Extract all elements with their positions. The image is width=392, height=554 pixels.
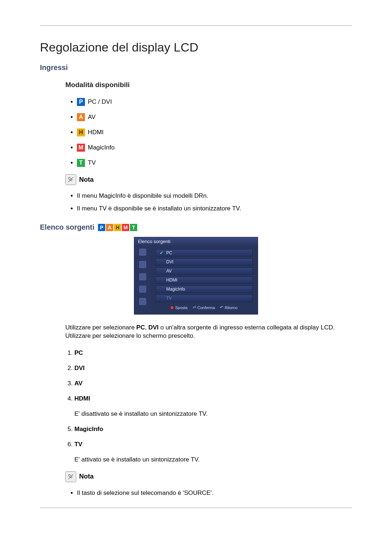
osd-sidebar-icon [139,261,146,268]
note-label: Nota [79,473,94,480]
source-ordered-list: PC DVI AV HDMI E' disattivato se è insta… [65,349,352,463]
mode-label: AV [88,114,95,121]
osd-footer-conferma: Conferma [197,305,215,310]
note-icon [65,174,76,185]
osd-title: Elenco sorgenti [134,237,258,246]
mode-label: TV [88,159,96,167]
mode-item: H HDMI [77,128,352,136]
osd-footer-ritorno: Ritorno [225,305,237,310]
strip-icon-m: M [122,224,129,231]
top-rule [40,25,352,26]
mode-icon-t: T [77,159,85,167]
mode-item: T TV [77,159,352,167]
osd-item-pc[interactable]: PC [156,249,253,257]
osd-sidebar-icon [139,298,146,305]
source-li-av: AV [74,380,352,387]
osd-item-hdmi[interactable]: HDMI [156,276,253,284]
osd-item-dvi[interactable]: DVI [156,258,253,266]
osd-item-magicinfo[interactable]: MagicInfo [156,286,253,293]
page-title: Regolazione del display LCD [40,40,352,54]
enter-icon: ⏎ [193,305,196,310]
bottom-rule [40,508,352,508]
usage-paragraph: Utilizzare per selezionare PC, DVI o un'… [65,324,352,340]
elenco-sorgenti-heading: Elenco sorgenti [40,223,94,231]
source-li-pc: PC [74,349,352,357]
strip-icon-a: A [106,224,113,231]
osd-panel: Elenco sorgenti PC DVI AV HDMI MagicInfo… [134,237,258,315]
mode-label: MagicInfo [88,144,115,151]
modes-list: P PC / DVI A AV H HDMI M MagicInfo [65,98,352,167]
mode-icon-h: H [77,128,85,136]
osd-sidebar [134,246,151,314]
mode-icon-p: P [77,98,85,106]
dot-icon [171,306,173,309]
osd-item-tv[interactable]: TV [156,295,253,302]
note-item: Il menu TV è disponibile se è installato… [77,205,352,212]
mode-label: PC / DVI [88,98,112,106]
osd-sidebar-icon [139,249,146,256]
note-item: Il tasto di selezione sul telecomando è … [77,489,352,497]
note-label: Nota [79,176,94,184]
osd-footer-sposta: Sposta [175,305,187,310]
source-li-dvi: DVI [74,365,352,372]
strip-icon-t: T [130,224,137,231]
mode-icon-a: A [77,113,85,121]
note-block: Nota [65,174,352,185]
section-ingressi: Ingressi [40,63,352,72]
note-icon [65,471,76,482]
note-item: Il menu MagicInfo è disponibile sui mode… [77,192,352,200]
note-list: Il menu MagicInfo è disponibile sui mode… [65,192,352,212]
osd-sidebar-icon [139,286,146,293]
mode-item: A AV [77,113,352,121]
mode-icon-m: M [77,144,85,152]
mode-item: P PC / DVI [77,98,352,106]
mode-label: HDMI [88,129,103,136]
source-li-tv: TV E' attivato se è installato un sinton… [74,441,352,463]
strip-icon-h: H [114,224,121,231]
osd-sidebar-icon [139,273,146,280]
source-li-magicinfo: MagicInfo [74,426,352,433]
note-list: Il tasto di selezione sul telecomando è … [65,489,352,497]
available-modes-heading: Modalità disponibili [65,81,352,89]
osd-footer: Sposta ⏎Conferma ↶Ritorno [156,304,253,312]
return-icon: ↶ [220,305,223,310]
source-li-hdmi: HDMI E' disattivato se è installato un s… [74,395,352,418]
strip-icon-p: P [98,224,105,231]
osd-item-av[interactable]: AV [156,267,253,275]
mode-strip: P A H M T [98,224,137,231]
note-block: Nota [65,471,352,482]
mode-item: M MagicInfo [77,144,352,152]
